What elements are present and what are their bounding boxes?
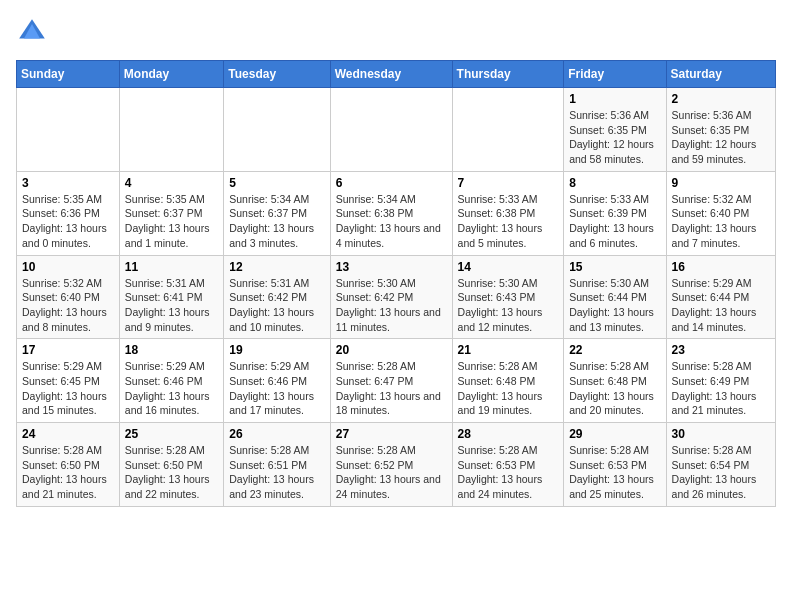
day-info: Sunrise: 5:28 AM Sunset: 6:53 PM Dayligh…	[458, 443, 559, 502]
day-info: Sunrise: 5:32 AM Sunset: 6:40 PM Dayligh…	[672, 192, 770, 251]
calendar-cell: 13Sunrise: 5:30 AM Sunset: 6:42 PM Dayli…	[330, 255, 452, 339]
day-info: Sunrise: 5:29 AM Sunset: 6:46 PM Dayligh…	[229, 359, 324, 418]
day-number: 20	[336, 343, 447, 357]
day-number: 16	[672, 260, 770, 274]
calendar-cell: 25Sunrise: 5:28 AM Sunset: 6:50 PM Dayli…	[119, 423, 223, 507]
calendar-cell: 27Sunrise: 5:28 AM Sunset: 6:52 PM Dayli…	[330, 423, 452, 507]
weekday-header: Saturday	[666, 61, 775, 88]
calendar-week-row: 10Sunrise: 5:32 AM Sunset: 6:40 PM Dayli…	[17, 255, 776, 339]
calendar-cell: 21Sunrise: 5:28 AM Sunset: 6:48 PM Dayli…	[452, 339, 564, 423]
day-number: 8	[569, 176, 660, 190]
calendar-header-row: SundayMondayTuesdayWednesdayThursdayFrid…	[17, 61, 776, 88]
day-info: Sunrise: 5:28 AM Sunset: 6:48 PM Dayligh…	[458, 359, 559, 418]
weekday-header: Sunday	[17, 61, 120, 88]
day-info: Sunrise: 5:30 AM Sunset: 6:43 PM Dayligh…	[458, 276, 559, 335]
calendar-cell	[330, 88, 452, 172]
day-info: Sunrise: 5:32 AM Sunset: 6:40 PM Dayligh…	[22, 276, 114, 335]
day-info: Sunrise: 5:28 AM Sunset: 6:47 PM Dayligh…	[336, 359, 447, 418]
day-info: Sunrise: 5:28 AM Sunset: 6:53 PM Dayligh…	[569, 443, 660, 502]
day-info: Sunrise: 5:28 AM Sunset: 6:52 PM Dayligh…	[336, 443, 447, 502]
calendar-cell: 8Sunrise: 5:33 AM Sunset: 6:39 PM Daylig…	[564, 171, 666, 255]
day-number: 6	[336, 176, 447, 190]
calendar-body: 1Sunrise: 5:36 AM Sunset: 6:35 PM Daylig…	[17, 88, 776, 507]
day-number: 15	[569, 260, 660, 274]
calendar-cell: 10Sunrise: 5:32 AM Sunset: 6:40 PM Dayli…	[17, 255, 120, 339]
day-number: 9	[672, 176, 770, 190]
day-info: Sunrise: 5:35 AM Sunset: 6:36 PM Dayligh…	[22, 192, 114, 251]
day-info: Sunrise: 5:30 AM Sunset: 6:44 PM Dayligh…	[569, 276, 660, 335]
calendar-cell: 24Sunrise: 5:28 AM Sunset: 6:50 PM Dayli…	[17, 423, 120, 507]
calendar-cell	[452, 88, 564, 172]
calendar-cell: 20Sunrise: 5:28 AM Sunset: 6:47 PM Dayli…	[330, 339, 452, 423]
calendar-cell: 18Sunrise: 5:29 AM Sunset: 6:46 PM Dayli…	[119, 339, 223, 423]
day-info: Sunrise: 5:31 AM Sunset: 6:41 PM Dayligh…	[125, 276, 218, 335]
calendar-cell: 7Sunrise: 5:33 AM Sunset: 6:38 PM Daylig…	[452, 171, 564, 255]
calendar-table: SundayMondayTuesdayWednesdayThursdayFrid…	[16, 60, 776, 507]
calendar-cell: 16Sunrise: 5:29 AM Sunset: 6:44 PM Dayli…	[666, 255, 775, 339]
day-info: Sunrise: 5:30 AM Sunset: 6:42 PM Dayligh…	[336, 276, 447, 335]
calendar-cell: 5Sunrise: 5:34 AM Sunset: 6:37 PM Daylig…	[224, 171, 330, 255]
day-info: Sunrise: 5:28 AM Sunset: 6:50 PM Dayligh…	[125, 443, 218, 502]
logo-icon	[16, 16, 48, 48]
day-number: 11	[125, 260, 218, 274]
calendar-cell: 15Sunrise: 5:30 AM Sunset: 6:44 PM Dayli…	[564, 255, 666, 339]
calendar-cell: 12Sunrise: 5:31 AM Sunset: 6:42 PM Dayli…	[224, 255, 330, 339]
day-number: 1	[569, 92, 660, 106]
day-number: 21	[458, 343, 559, 357]
day-number: 17	[22, 343, 114, 357]
calendar-cell: 2Sunrise: 5:36 AM Sunset: 6:35 PM Daylig…	[666, 88, 775, 172]
calendar-cell: 19Sunrise: 5:29 AM Sunset: 6:46 PM Dayli…	[224, 339, 330, 423]
calendar-cell: 4Sunrise: 5:35 AM Sunset: 6:37 PM Daylig…	[119, 171, 223, 255]
day-info: Sunrise: 5:34 AM Sunset: 6:38 PM Dayligh…	[336, 192, 447, 251]
day-number: 18	[125, 343, 218, 357]
page-header	[16, 16, 776, 48]
calendar-cell: 28Sunrise: 5:28 AM Sunset: 6:53 PM Dayli…	[452, 423, 564, 507]
weekday-header: Thursday	[452, 61, 564, 88]
day-number: 25	[125, 427, 218, 441]
day-info: Sunrise: 5:29 AM Sunset: 6:44 PM Dayligh…	[672, 276, 770, 335]
day-info: Sunrise: 5:31 AM Sunset: 6:42 PM Dayligh…	[229, 276, 324, 335]
logo	[16, 16, 52, 48]
weekday-header: Friday	[564, 61, 666, 88]
day-info: Sunrise: 5:28 AM Sunset: 6:50 PM Dayligh…	[22, 443, 114, 502]
calendar-cell: 17Sunrise: 5:29 AM Sunset: 6:45 PM Dayli…	[17, 339, 120, 423]
calendar-cell	[224, 88, 330, 172]
weekday-header: Monday	[119, 61, 223, 88]
calendar-week-row: 3Sunrise: 5:35 AM Sunset: 6:36 PM Daylig…	[17, 171, 776, 255]
day-number: 28	[458, 427, 559, 441]
calendar-cell: 23Sunrise: 5:28 AM Sunset: 6:49 PM Dayli…	[666, 339, 775, 423]
day-number: 22	[569, 343, 660, 357]
day-number: 7	[458, 176, 559, 190]
day-number: 24	[22, 427, 114, 441]
day-info: Sunrise: 5:36 AM Sunset: 6:35 PM Dayligh…	[569, 108, 660, 167]
calendar-cell: 22Sunrise: 5:28 AM Sunset: 6:48 PM Dayli…	[564, 339, 666, 423]
calendar-week-row: 24Sunrise: 5:28 AM Sunset: 6:50 PM Dayli…	[17, 423, 776, 507]
day-number: 29	[569, 427, 660, 441]
day-number: 12	[229, 260, 324, 274]
day-info: Sunrise: 5:33 AM Sunset: 6:39 PM Dayligh…	[569, 192, 660, 251]
day-number: 27	[336, 427, 447, 441]
day-number: 10	[22, 260, 114, 274]
day-number: 5	[229, 176, 324, 190]
day-number: 26	[229, 427, 324, 441]
calendar-cell: 6Sunrise: 5:34 AM Sunset: 6:38 PM Daylig…	[330, 171, 452, 255]
calendar-cell: 1Sunrise: 5:36 AM Sunset: 6:35 PM Daylig…	[564, 88, 666, 172]
day-number: 23	[672, 343, 770, 357]
day-info: Sunrise: 5:29 AM Sunset: 6:45 PM Dayligh…	[22, 359, 114, 418]
calendar-cell: 29Sunrise: 5:28 AM Sunset: 6:53 PM Dayli…	[564, 423, 666, 507]
calendar-week-row: 1Sunrise: 5:36 AM Sunset: 6:35 PM Daylig…	[17, 88, 776, 172]
day-info: Sunrise: 5:29 AM Sunset: 6:46 PM Dayligh…	[125, 359, 218, 418]
day-info: Sunrise: 5:33 AM Sunset: 6:38 PM Dayligh…	[458, 192, 559, 251]
day-number: 2	[672, 92, 770, 106]
day-info: Sunrise: 5:28 AM Sunset: 6:48 PM Dayligh…	[569, 359, 660, 418]
day-number: 19	[229, 343, 324, 357]
day-info: Sunrise: 5:28 AM Sunset: 6:54 PM Dayligh…	[672, 443, 770, 502]
day-info: Sunrise: 5:28 AM Sunset: 6:51 PM Dayligh…	[229, 443, 324, 502]
day-number: 3	[22, 176, 114, 190]
calendar-cell: 26Sunrise: 5:28 AM Sunset: 6:51 PM Dayli…	[224, 423, 330, 507]
calendar-cell: 30Sunrise: 5:28 AM Sunset: 6:54 PM Dayli…	[666, 423, 775, 507]
calendar-week-row: 17Sunrise: 5:29 AM Sunset: 6:45 PM Dayli…	[17, 339, 776, 423]
day-info: Sunrise: 5:35 AM Sunset: 6:37 PM Dayligh…	[125, 192, 218, 251]
day-number: 4	[125, 176, 218, 190]
day-info: Sunrise: 5:36 AM Sunset: 6:35 PM Dayligh…	[672, 108, 770, 167]
